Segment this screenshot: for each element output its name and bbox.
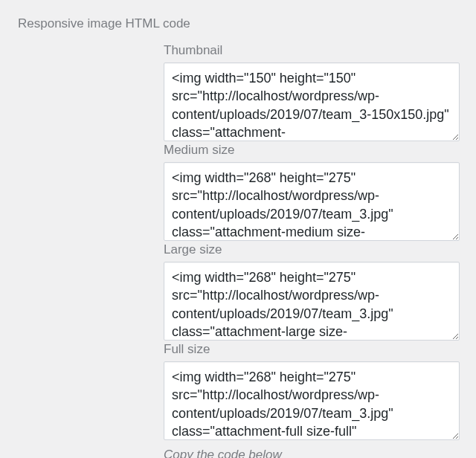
full-group: Full size	[164, 342, 458, 440]
large-group: Large size	[164, 242, 458, 341]
fields-column: Thumbnail Medium size Large size Full si…	[164, 43, 458, 458]
thumbnail-code-textarea[interactable]	[164, 62, 460, 141]
section-title: Responsive image HTML code	[18, 16, 458, 31]
large-label: Large size	[164, 242, 458, 257]
thumbnail-label: Thumbnail	[164, 43, 458, 58]
medium-label: Medium size	[164, 143, 458, 158]
responsive-image-code-panel: Responsive image HTML code Thumbnail Med…	[0, 0, 476, 458]
medium-code-textarea[interactable]	[164, 162, 460, 241]
full-code-textarea[interactable]	[164, 361, 460, 440]
full-label: Full size	[164, 342, 458, 357]
medium-group: Medium size	[164, 143, 458, 241]
thumbnail-group: Thumbnail	[164, 43, 458, 141]
large-code-textarea[interactable]	[164, 262, 460, 341]
helper-text: Copy the code below	[164, 448, 458, 458]
